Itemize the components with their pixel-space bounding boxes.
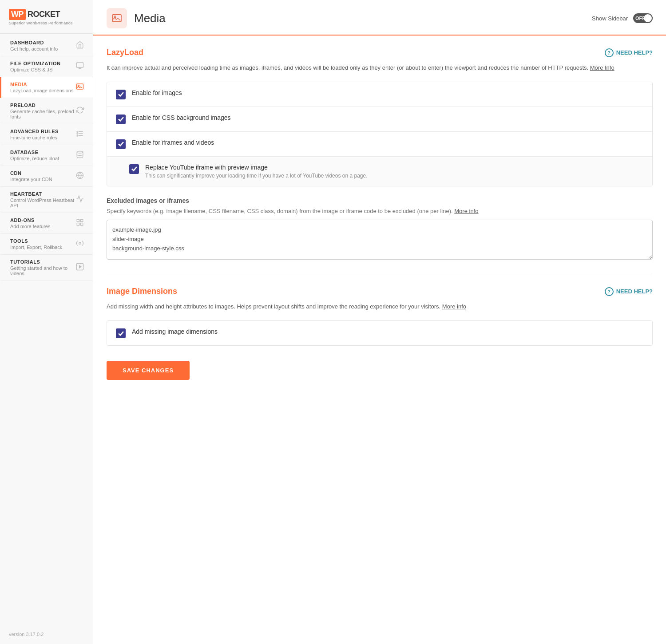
nav-item-title-add-ons: ADD-ONS (10, 217, 51, 223)
lazyload-need-help-label: NEED HELP? (616, 49, 653, 56)
sidebar-item-file-optimization[interactable]: FILE OPTIMIZATION Optimize CSS & JS (0, 56, 93, 77)
lazyload-options: Enable for images Enable for CSS backgro… (107, 82, 653, 186)
nav-item-subtitle-advanced-rules: Fine-tune cache rules (10, 135, 59, 140)
nav-item-text-dashboard: DASHBOARD Get help, account info (10, 40, 58, 51)
lazyload-more-info-link[interactable]: More Info (590, 64, 614, 71)
logo-wp: WP (9, 9, 26, 20)
checkbox-enable-css-bg[interactable] (116, 115, 126, 124)
nav-item-title-database: DATABASE (10, 150, 59, 155)
page-title: Media (134, 12, 166, 25)
nav-icon-tools (76, 239, 84, 249)
nav-item-title-heartbeat: HEARTBEAT (10, 191, 76, 197)
nav-item-text-media: MEDIA LazyLoad, image dimensions (10, 82, 73, 93)
nav-item-subtitle-database: Optimize, reduce bloat (10, 156, 59, 161)
nav-icon-preload (76, 106, 84, 116)
nav-item-subtitle-heartbeat: Control WordPress Heartbeat API (10, 198, 76, 208)
nav-icon-cdn (76, 171, 84, 181)
sidebar-item-add-ons[interactable]: ADD-ONS Add more features (0, 213, 93, 234)
page-icon (107, 8, 127, 28)
nav-item-title-file-optimization: FILE OPTIMIZATION (10, 61, 60, 66)
nav-icon-heartbeat (76, 195, 84, 205)
nav-item-subtitle-dashboard: Get help, account info (10, 46, 58, 51)
image-dims-options: Add missing image dimensions (107, 320, 653, 346)
nav-item-title-tutorials: TUTORIALS (10, 259, 76, 265)
lazyload-description: It can improve actual and perceived load… (107, 63, 653, 73)
section-divider (107, 274, 653, 274)
help-icon-dims: ? (605, 287, 614, 296)
nav-item-text-advanced-rules: ADVANCED RULES Fine-tune cache rules (10, 129, 59, 140)
option-row-enable-images: Enable for images (107, 82, 652, 107)
checkbox-replace-youtube[interactable] (129, 164, 139, 174)
image-dims-title: Image Dimensions (107, 287, 177, 296)
save-changes-button[interactable]: SAVE CHANGES (107, 361, 190, 380)
nav-icon-advanced-rules (76, 130, 84, 139)
checkbox-add-dims[interactable] (116, 328, 126, 338)
nav-item-text-heartbeat: HEARTBEAT Control WordPress Heartbeat AP… (10, 191, 76, 208)
svg-rect-8 (77, 131, 78, 132)
sidebar-item-tutorials[interactable]: TUTORIALS Getting started and how to vid… (0, 255, 93, 281)
lazyload-section-header: LazyLoad ? NEED HELP? (107, 48, 653, 57)
sidebar-item-tools[interactable]: TOOLS Import, Export, Rollback (0, 234, 93, 255)
sidebar-item-cdn[interactable]: CDN Integrate your CDN (0, 166, 93, 187)
svg-point-11 (77, 151, 83, 154)
svg-rect-14 (77, 219, 79, 221)
nav-item-subtitle-file-optimization: Optimize CSS & JS (10, 67, 60, 72)
sidebar-item-dashboard[interactable]: DASHBOARD Get help, account info (0, 36, 93, 56)
sidebar: WP ROCKET Superior WordPress Performance… (0, 0, 93, 644)
sidebar-item-advanced-rules[interactable]: ADVANCED RULES Fine-tune cache rules (0, 124, 93, 145)
nav-item-title-cdn: CDN (10, 170, 52, 176)
nav-icon-database (76, 150, 84, 160)
sidebar-item-heartbeat[interactable]: HEARTBEAT Control WordPress Heartbeat AP… (0, 187, 93, 213)
nav-item-title-tools: TOOLS (10, 238, 62, 244)
image-dims-need-help-label: NEED HELP? (616, 288, 653, 295)
nav-icon-file-optimization (76, 62, 84, 71)
option-label-add-dims: Add missing image dimensions (132, 328, 218, 335)
svg-rect-0 (77, 63, 83, 67)
svg-rect-16 (81, 223, 83, 225)
image-dims-description: Add missing width and height attributes … (107, 302, 653, 312)
excluded-section: Excluded images or iframes Specify keywo… (107, 197, 653, 262)
logo-rocket: ROCKET (28, 10, 60, 19)
excluded-label: Excluded images or iframes (107, 197, 653, 204)
nav-items: DASHBOARD Get help, account info FILE OP… (0, 36, 93, 281)
image-dims-more-info-link[interactable]: More info (442, 303, 466, 310)
nav-item-text-add-ons: ADD-ONS Add more features (10, 217, 51, 229)
option-row-add-dims: Add missing image dimensions (107, 321, 652, 345)
checkbox-enable-iframes[interactable] (116, 139, 126, 149)
nav-item-text-file-optimization: FILE OPTIMIZATION Optimize CSS & JS (10, 61, 60, 72)
nav-icon-media (76, 83, 84, 92)
sidebar-toggle[interactable]: OFF (633, 13, 653, 23)
nav-item-text-database: DATABASE Optimize, reduce bloat (10, 150, 59, 161)
option-label-enable-images: Enable for images (132, 89, 182, 96)
checkbox-enable-images[interactable] (116, 90, 126, 99)
logo-subtitle: Superior WordPress Performance (9, 21, 84, 25)
sidebar-item-media[interactable]: MEDIA LazyLoad, image dimensions (0, 77, 93, 98)
nav-item-title-advanced-rules: ADVANCED RULES (10, 129, 59, 134)
lazyload-need-help[interactable]: ? NEED HELP? (605, 48, 653, 57)
sidebar-version: version 3.17.0.2 (0, 626, 93, 637)
nav-item-text-cdn: CDN Integrate your CDN (10, 170, 52, 182)
nav-item-text-tutorials: TUTORIALS Getting started and how to vid… (10, 259, 76, 276)
image-dims-section-header: Image Dimensions ? NEED HELP? (107, 287, 653, 296)
show-sidebar-label: Show Sidebar (592, 15, 628, 22)
image-dims-need-help[interactable]: ? NEED HELP? (605, 287, 653, 296)
svg-rect-10 (77, 135, 78, 136)
nav-item-title-preload: PRELOAD (10, 103, 76, 108)
content-area: LazyLoad ? NEED HELP? It can improve act… (93, 36, 666, 398)
svg-rect-3 (77, 84, 83, 89)
excluded-more-info-link[interactable]: More info (454, 208, 478, 214)
option-row-enable-iframes: Enable for iframes and videos (107, 132, 652, 157)
svg-point-18 (79, 242, 81, 245)
excluded-textarea[interactable] (107, 220, 653, 260)
nav-item-subtitle-add-ons: Add more features (10, 224, 51, 229)
sidebar-item-preload[interactable]: PRELOAD Generate cache files, preload fo… (0, 98, 93, 124)
option-row-replace-youtube: Replace YouTube iframe with preview imag… (107, 157, 652, 186)
option-label-enable-iframes: Enable for iframes and videos (132, 139, 214, 146)
nav-item-text-preload: PRELOAD Generate cache files, preload fo… (10, 103, 76, 119)
nav-item-title-media: MEDIA (10, 82, 73, 87)
nav-icon-dashboard (76, 41, 84, 51)
nav-item-subtitle-cdn: Integrate your CDN (10, 177, 52, 182)
sidebar-item-database[interactable]: DATABASE Optimize, reduce bloat (0, 145, 93, 166)
toggle-track[interactable]: OFF (633, 13, 653, 23)
nav-item-subtitle-preload: Generate cache files, preload fonts (10, 109, 76, 119)
